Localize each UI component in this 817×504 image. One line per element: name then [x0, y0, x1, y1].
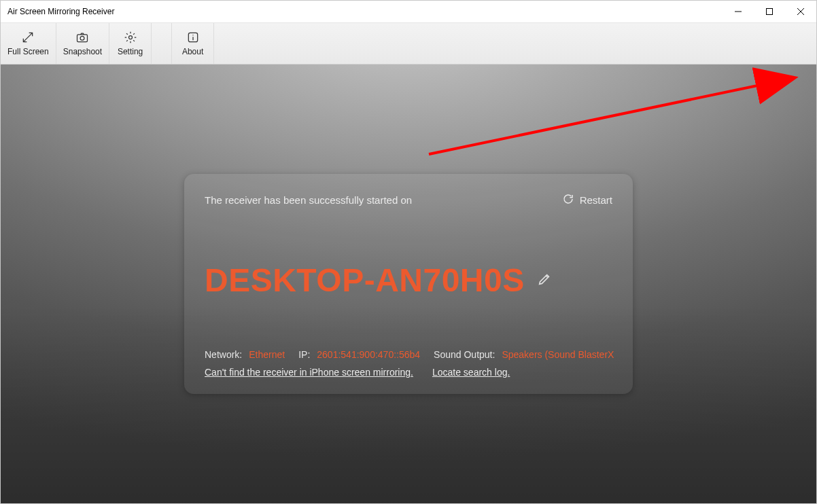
- expand-icon: [21, 31, 35, 44]
- svg-point-5: [80, 36, 84, 40]
- svg-point-9: [192, 35, 193, 35]
- ip-value: 2601:541:900:470::56b4: [317, 349, 420, 360]
- svg-rect-1: [767, 9, 773, 15]
- setting-label: Setting: [118, 47, 143, 56]
- ip-label: IP:: [298, 349, 310, 360]
- camera-icon: [75, 31, 89, 44]
- snapshot-button[interactable]: Snapshoot: [56, 23, 109, 64]
- restart-icon: [562, 193, 574, 207]
- setting-button[interactable]: Setting: [109, 23, 152, 64]
- restart-label: Restart: [580, 194, 612, 206]
- svg-point-6: [128, 36, 132, 39]
- svg-line-11: [429, 78, 793, 154]
- locate-log-link[interactable]: Locate search log.: [432, 367, 510, 378]
- help-links: Can't find the receiver in iPhone screen…: [205, 367, 612, 378]
- status-card: The receiver has been successfully start…: [184, 174, 633, 394]
- status-text: The receiver has been successfully start…: [205, 194, 412, 206]
- close-button[interactable]: [785, 1, 816, 22]
- main-area: The receiver has been successfully start…: [1, 65, 816, 503]
- titlebar: Air Screen Mirroring Receiver: [1, 1, 816, 22]
- info-row: Network: Ethernet IP: 2601:541:900:470::…: [205, 349, 612, 360]
- sound-output-value: Speakers (Sound BlasterX: [502, 349, 614, 360]
- sound-output-label: Sound Output:: [434, 349, 495, 360]
- toolbar: Full Screen Snapshoot Setting About: [1, 22, 816, 65]
- gear-icon: [124, 31, 137, 44]
- app-window: Air Screen Mirroring Receiver Full Scree…: [0, 0, 817, 504]
- network-value: Ethernet: [249, 349, 285, 360]
- minimize-button[interactable]: [723, 1, 754, 22]
- help-link[interactable]: Can't find the receiver in iPhone screen…: [205, 367, 413, 378]
- restart-button[interactable]: Restart: [562, 193, 612, 207]
- edit-name-button[interactable]: [537, 272, 552, 289]
- about-button[interactable]: About: [172, 23, 214, 64]
- fullscreen-button[interactable]: Full Screen: [1, 23, 56, 64]
- fullscreen-label: Full Screen: [7, 47, 49, 56]
- snapshot-label: Snapshoot: [63, 47, 102, 56]
- window-title: Air Screen Mirroring Receiver: [7, 7, 114, 16]
- device-name: DESKTOP-AN70H0S: [205, 262, 525, 299]
- network-label: Network:: [205, 349, 242, 360]
- about-label: About: [182, 47, 203, 56]
- svg-rect-4: [77, 35, 88, 42]
- info-icon: [186, 31, 200, 44]
- maximize-button[interactable]: [754, 1, 785, 22]
